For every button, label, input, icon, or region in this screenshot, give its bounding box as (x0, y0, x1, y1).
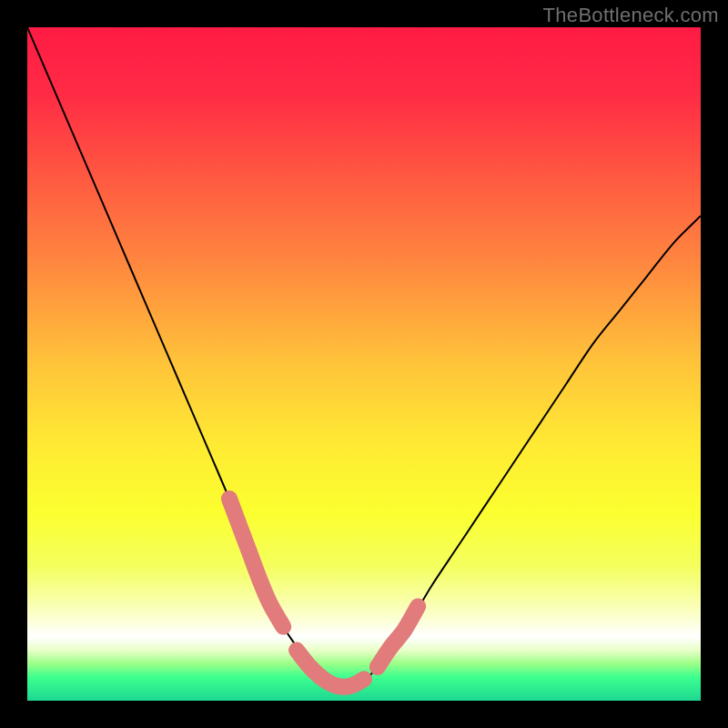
bottleneck-curve-svg (27, 27, 701, 701)
watermark: TheBottleneck.com (543, 4, 719, 27)
plot-area (27, 27, 701, 701)
chart-container: TheBottleneck.com (0, 0, 728, 728)
gradient-background (27, 27, 701, 701)
